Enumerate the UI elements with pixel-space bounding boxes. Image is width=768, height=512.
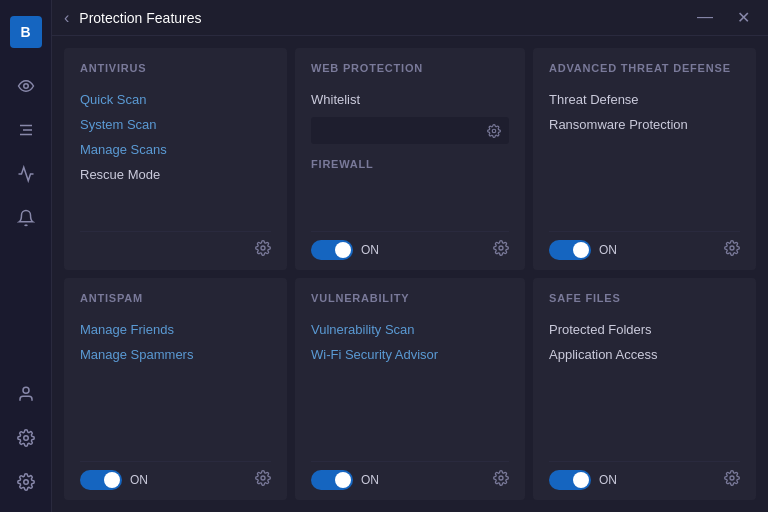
close-button[interactable]: ✕ (731, 6, 756, 29)
antivirus-footer (80, 231, 271, 260)
vulnerability-gear-icon[interactable] (493, 470, 509, 490)
back-button[interactable]: ‹ (64, 9, 69, 27)
vulnerability-scan-link[interactable]: Vulnerability Scan (311, 318, 509, 341)
antispam-items: Manage Friends Manage Spammers (80, 318, 271, 451)
web-protection-title: WEB PROTECTION (311, 62, 509, 74)
advanced-threat-title: ADVANCED THREAT DEFENSE (549, 62, 740, 74)
advanced-threat-panel: ADVANCED THREAT DEFENSE Threat Defense R… (533, 48, 756, 270)
web-protection-panel: WEB PROTECTION Whitelist FIREWALL (295, 48, 525, 270)
manage-friends-link[interactable]: Manage Friends (80, 318, 271, 341)
ransomware-protection-link[interactable]: Ransomware Protection (549, 113, 740, 136)
application-access-link[interactable]: Application Access (549, 343, 740, 366)
svg-point-9 (499, 246, 503, 250)
antispam-panel: ANTISPAM Manage Friends Manage Spammers … (64, 278, 287, 500)
web-protection-items: Whitelist FIREWALL (311, 88, 509, 221)
antispam-toggle-label: ON (130, 473, 148, 487)
rescue-mode-link[interactable]: Rescue Mode (80, 163, 271, 186)
antivirus-title: ANTIVIRUS (80, 62, 271, 74)
advanced-threat-gear-icon[interactable] (724, 240, 740, 260)
antispam-gear-icon[interactable] (255, 470, 271, 490)
vulnerability-title: VULNERABILITY (311, 292, 509, 304)
quick-scan-link[interactable]: Quick Scan (80, 88, 271, 111)
sidebar-item-account[interactable] (8, 376, 44, 412)
sidebar-item-settings[interactable] (8, 420, 44, 456)
svg-point-8 (492, 129, 496, 133)
advanced-threat-footer: ON (549, 231, 740, 260)
manage-spammers-link[interactable]: Manage Spammers (80, 343, 271, 366)
safe-files-toggle-label: ON (599, 473, 617, 487)
web-protection-gear-icon[interactable] (493, 240, 509, 260)
web-toggle-group: ON (311, 240, 481, 260)
system-scan-link[interactable]: System Scan (80, 113, 271, 136)
vulnerability-toggle-label: ON (361, 473, 379, 487)
antispam-title: ANTISPAM (80, 292, 271, 304)
sidebar-item-eye[interactable] (8, 68, 44, 104)
safe-files-items: Protected Folders Application Access (549, 318, 740, 451)
protected-folders-link[interactable]: Protected Folders (549, 318, 740, 341)
sidebar-item-admin[interactable] (8, 464, 44, 500)
svg-point-13 (730, 476, 734, 480)
svg-point-4 (23, 387, 29, 393)
minimize-button[interactable]: — (691, 6, 719, 29)
antispam-toggle[interactable] (80, 470, 122, 490)
sidebar-item-notifications[interactable] (8, 200, 44, 236)
web-protection-toggle[interactable] (311, 240, 353, 260)
sidebar-item-activity[interactable] (8, 156, 44, 192)
advanced-toggle-label: ON (599, 243, 617, 257)
safe-files-panel: SAFE FILES Protected Folders Application… (533, 278, 756, 500)
web-input[interactable] (319, 123, 487, 138)
antispam-footer: ON (80, 461, 271, 490)
vulnerability-footer: ON (311, 461, 509, 490)
sidebar-logo[interactable]: B (10, 16, 42, 48)
content-grid: ANTIVIRUS Quick Scan System Scan Manage … (52, 36, 768, 512)
firewall-subtitle: FIREWALL (311, 154, 509, 174)
svg-point-5 (23, 436, 28, 441)
safe-files-toggle-group: ON (549, 470, 712, 490)
sidebar-item-tools[interactable] (8, 112, 44, 148)
antispam-toggle-group: ON (80, 470, 243, 490)
svg-point-10 (730, 246, 734, 250)
safe-files-footer: ON (549, 461, 740, 490)
vulnerability-toggle[interactable] (311, 470, 353, 490)
antivirus-gear-icon[interactable] (255, 240, 271, 260)
manage-scans-link[interactable]: Manage Scans (80, 138, 271, 161)
web-input-gear-icon[interactable] (487, 124, 501, 138)
vulnerability-panel: VULNERABILITY Vulnerability Scan Wi-Fi S… (295, 278, 525, 500)
whitelist-link[interactable]: Whitelist (311, 88, 509, 111)
window-controls: — ✕ (691, 6, 756, 29)
vulnerability-items: Vulnerability Scan Wi-Fi Security Adviso… (311, 318, 509, 451)
threat-defense-link[interactable]: Threat Defense (549, 88, 740, 111)
main-window: ‹ Protection Features — ✕ ANTIVIRUS Quic… (52, 0, 768, 512)
window-title: Protection Features (79, 10, 691, 26)
wifi-security-link[interactable]: Wi-Fi Security Advisor (311, 343, 509, 366)
sidebar: B (0, 0, 52, 512)
safe-files-title: SAFE FILES (549, 292, 740, 304)
safe-files-toggle[interactable] (549, 470, 591, 490)
safe-files-gear-icon[interactable] (724, 470, 740, 490)
vulnerability-toggle-group: ON (311, 470, 481, 490)
web-input-row (311, 117, 509, 144)
titlebar: ‹ Protection Features — ✕ (52, 0, 768, 36)
svg-point-0 (23, 84, 28, 89)
advanced-threat-toggle[interactable] (549, 240, 591, 260)
svg-point-6 (23, 480, 28, 485)
web-toggle-label: ON (361, 243, 379, 257)
svg-point-11 (261, 476, 265, 480)
advanced-toggle-group: ON (549, 240, 712, 260)
antivirus-panel: ANTIVIRUS Quick Scan System Scan Manage … (64, 48, 287, 270)
web-protection-footer: ON (311, 231, 509, 260)
advanced-threat-items: Threat Defense Ransomware Protection (549, 88, 740, 221)
svg-point-7 (261, 246, 265, 250)
svg-point-12 (499, 476, 503, 480)
antivirus-items: Quick Scan System Scan Manage Scans Resc… (80, 88, 271, 221)
